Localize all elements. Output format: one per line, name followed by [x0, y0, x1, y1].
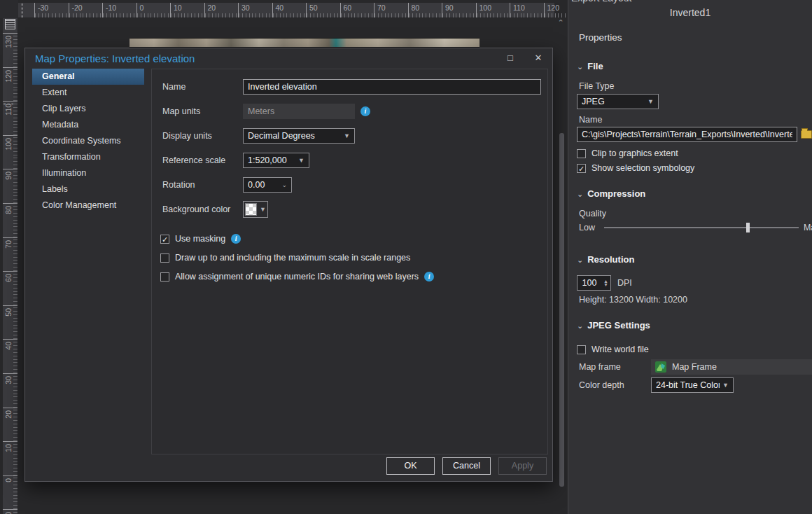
use-masking-info-icon[interactable]: i — [231, 234, 241, 244]
chevron-down-icon: ⌄ — [577, 64, 583, 69]
jpeg-settings-section-header[interactable]: ⌄ JPEG Settings — [577, 320, 812, 331]
sidebar-item-general[interactable]: General — [32, 69, 144, 85]
file-name-label: Name — [579, 115, 812, 125]
sidebar-item-color-management[interactable]: Color Management — [32, 197, 144, 214]
sidebar-item-clip-layers[interactable]: Clip Layers — [32, 101, 144, 117]
color-depth-row: Color depth 24-bit True Color ▼ — [577, 377, 812, 393]
dialog-footer: OK Cancel Apply — [25, 450, 552, 481]
quality-max-label: Max — [804, 223, 812, 232]
chevron-down-icon: ⌄ — [577, 323, 583, 328]
unique-ids-checkbox[interactable] — [160, 272, 169, 282]
background-color-picker[interactable]: ▼ — [243, 201, 268, 218]
unique-ids-info-icon[interactable]: i — [424, 272, 434, 282]
map-units-input — [243, 104, 355, 119]
dpi-label: DPI — [617, 278, 632, 288]
background-color-label: Background color — [162, 204, 243, 214]
layout-page-terrain-strip — [130, 38, 479, 48]
map-frame-label: Map frame — [579, 362, 651, 372]
close-icon[interactable]: ✕ — [524, 49, 552, 67]
clip-graphics-checkbox[interactable] — [577, 149, 586, 158]
spinner-arrows-icon[interactable]: ▲▼ — [601, 279, 610, 286]
dpi-spinner[interactable]: 100 ▲▼ — [577, 275, 611, 291]
export-dimensions-text: Height: 13200 Width: 10200 — [579, 295, 812, 305]
draw-max-scale-row[interactable]: Draw up to and including the maximum sca… — [160, 253, 547, 263]
chevron-down-icon: ▼ — [648, 98, 654, 105]
chevron-down-icon: ▼ — [298, 157, 304, 164]
browse-folder-icon[interactable] — [801, 130, 812, 139]
file-type-label: File Type — [579, 81, 812, 91]
reference-scale-label: Reference scale — [162, 155, 243, 165]
file-section-header[interactable]: ⌄ File — [577, 61, 812, 71]
chevron-down-icon: ▼ — [260, 206, 266, 213]
properties-heading: Properties — [579, 32, 812, 43]
rotation-combo[interactable]: 0.00 ⌄ — [243, 177, 292, 193]
color-depth-dropdown[interactable]: 24-bit True Color ▼ — [651, 377, 734, 393]
draw-max-scale-checkbox[interactable] — [160, 253, 169, 263]
display-units-dropdown[interactable]: Decimal Degrees ▼ — [243, 128, 355, 144]
quality-slider-row: Low Max — [577, 222, 812, 233]
use-masking-row[interactable]: Use masking i — [160, 234, 547, 244]
display-units-label: Display units — [162, 131, 243, 141]
sidebar-item-illumination[interactable]: Illumination — [32, 165, 144, 181]
map-frame-icon — [655, 361, 666, 373]
vertical-ruler: 1301201101009080706050403020100-10 — [3, 18, 18, 514]
dialog-sidebar: General Extent Clip Layers Metadata Coor… — [32, 69, 144, 449]
map-properties-dialog: Map Properties: Inverted elevation □ ✕ G… — [24, 48, 553, 482]
clip-graphics-row[interactable]: Clip to graphics extent — [577, 148, 812, 158]
transparent-color-swatch — [245, 203, 257, 216]
sidebar-item-metadata[interactable]: Metadata — [32, 117, 144, 133]
reference-scale-combo[interactable]: 1:520,000 ▼ — [243, 153, 309, 168]
dpi-row: 100 ▲▼ DPI — [577, 275, 812, 291]
vertical-scrollbar-thumb[interactable] — [559, 133, 564, 487]
cancel-button[interactable]: Cancel — [442, 457, 491, 475]
dialog-titlebar[interactable]: Map Properties: Inverted elevation □ ✕ — [25, 48, 552, 68]
dialog-title: Map Properties: Inverted elevation — [35, 53, 496, 64]
apply-button: Apply — [498, 457, 547, 475]
dialog-content-panel: Name Map units i Display units Decimal D… — [151, 69, 548, 454]
map-frame-dropdown[interactable]: Map Frame — [651, 359, 812, 375]
ruler-origin-marker — [5, 19, 15, 29]
sidebar-item-labels[interactable]: Labels — [32, 181, 144, 197]
file-type-dropdown[interactable]: JPEG ▼ — [577, 94, 659, 109]
quality-slider[interactable] — [604, 222, 799, 233]
map-name-input[interactable] — [243, 79, 541, 95]
chevron-down-icon: ▼ — [344, 132, 350, 139]
restore-window-icon[interactable]: □ — [496, 49, 524, 67]
unique-ids-row[interactable]: Allow assignment of unique numeric IDs f… — [160, 272, 547, 282]
color-depth-label: Color depth — [579, 380, 651, 390]
pane-header-clipped: Export Layout — [568, 0, 812, 6]
sidebar-item-coordinate-systems[interactable]: Coordinate Systems — [32, 133, 144, 149]
sidebar-item-extent[interactable]: Extent — [32, 85, 144, 101]
chevron-down-icon: ⌄ — [281, 181, 287, 188]
map-frame-row: Map frame Map Frame — [577, 359, 812, 375]
ok-button[interactable]: OK — [386, 457, 435, 475]
export-pane: Export Layout Inverted1 Properties ⌄ Fil… — [568, 0, 812, 514]
use-masking-checkbox[interactable] — [160, 235, 169, 244]
selection-symbology-checkbox[interactable] — [577, 164, 586, 173]
map-units-info-icon[interactable]: i — [360, 106, 370, 116]
name-label: Name — [162, 82, 243, 92]
write-world-file-checkbox[interactable] — [577, 345, 586, 354]
rotation-label: Rotation — [162, 180, 243, 190]
write-world-file-row[interactable]: Write world file — [577, 345, 812, 354]
slider-handle[interactable] — [746, 223, 750, 232]
chevron-down-icon: ⌄ — [577, 257, 583, 263]
quality-label: Quality — [579, 209, 812, 218]
horizontal-ruler: -30-20-100102030405060708090100110120 — [18, 3, 554, 18]
file-path-row — [577, 127, 812, 142]
slider-track[interactable] — [604, 227, 799, 228]
selection-symbology-row[interactable]: Show selection symbology — [577, 163, 812, 173]
scroll-up-icon[interactable]: ⌃ — [554, 17, 567, 28]
chevron-down-icon: ⌄ — [577, 191, 583, 197]
layout-name: Inverted1 — [568, 7, 812, 18]
ruler-corner-box — [0, 0, 18, 18]
resolution-section-header[interactable]: ⌄ Resolution — [577, 254, 812, 265]
sidebar-item-transformation[interactable]: Transformation — [32, 149, 144, 165]
chevron-down-icon: ▼ — [722, 382, 729, 389]
file-path-input[interactable] — [577, 127, 797, 142]
quality-low-label: Low — [579, 223, 595, 232]
compression-section-header[interactable]: ⌄ Compression — [577, 188, 812, 199]
map-units-label: Map units — [162, 106, 243, 116]
